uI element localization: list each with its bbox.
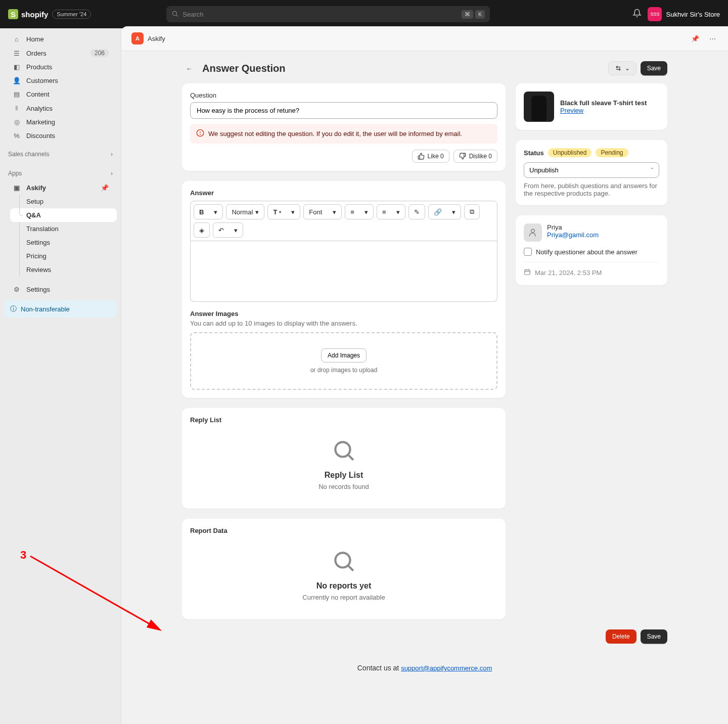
empty-title: Reply List [190,471,497,480]
apps-section[interactable]: Apps› [0,166,121,181]
code-button[interactable]: ⧉ [466,206,478,218]
undo-button[interactable]: ↶ [214,224,228,236]
app-header: A Askify 📌 ⋯ [121,26,728,51]
nav-label: Settings [26,239,50,246]
thumbs-up-icon [418,153,425,160]
nav-label: Marketing [26,118,55,126]
non-transferable-banner[interactable]: ⓘ Non-transferable [4,300,117,318]
report-heading: Report Data [190,527,497,534]
svg-line-6 [348,455,353,460]
nav-label: Reviews [26,266,51,274]
info-icon: ⓘ [10,304,17,313]
list-button[interactable]: ≡ [346,206,358,218]
empty-sub: No records found [190,483,497,490]
more-icon[interactable]: ⋯ [707,33,718,44]
nav-label: Products [26,63,52,71]
question-label: Question [190,92,497,99]
marketing-icon: ◎ [12,118,21,126]
nav-label: Analytics [26,105,53,112]
pin-icon[interactable]: 📌 [101,184,109,192]
text-size-button[interactable]: T▾ [269,206,285,218]
text-size-dropdown[interactable]: ▾ [287,206,299,218]
dislike-button[interactable]: Dislike 0 [453,150,497,163]
notify-checkbox[interactable] [524,248,532,256]
sales-channels-section[interactable]: Sales channels› [0,147,121,162]
bottom-actions: Delete Save 3 [182,629,667,644]
delete-button[interactable]: Delete [606,629,636,644]
status-tag-pending: Pending [596,148,628,157]
status-label: Status [524,149,544,157]
nav-label: Customers [26,77,58,84]
customers-icon: 👤 [12,77,21,84]
sidebar-item-qa[interactable]: Q&A [10,208,117,222]
sidebar-item-content[interactable]: ▤Content [4,87,117,101]
color-button[interactable]: ✎ [410,206,424,218]
orders-badge: 206 [90,49,109,57]
undo-dropdown[interactable]: ▾ [230,224,242,236]
brand-text: shopify [21,10,48,19]
sidebar-item-products[interactable]: ◧Products [4,60,117,74]
align-button[interactable]: ≡ [378,206,390,218]
link-dropdown[interactable]: ▾ [448,206,460,218]
calendar-icon [524,268,531,277]
add-images-button[interactable]: Add Images [321,348,367,363]
preview-link[interactable]: Preview [560,107,583,114]
user-card: Priya Priya@gamil.com Notify questioner … [516,215,667,285]
empty-title: No reports yet [190,581,497,591]
sidebar-item-translation[interactable]: Translation [10,222,117,236]
search-empty-icon [190,438,497,465]
save-button-bottom[interactable]: Save [641,629,667,644]
paragraph-select[interactable]: Normal▾ [228,206,263,218]
like-button[interactable]: Like 0 [412,150,449,163]
bold-button[interactable]: B [195,206,208,218]
save-button[interactable]: Save [641,61,667,75]
chevron-down-icon: ⌄ [625,65,630,72]
products-icon: ◧ [12,63,21,71]
back-button[interactable]: ← [182,61,196,75]
footer-text: Contact us at [357,664,401,672]
search-input[interactable]: Search ⌘ K [166,6,490,22]
date-text: Mar 21, 2024, 2:53 PM [535,269,602,277]
svg-line-1 [176,15,178,16]
user-email[interactable]: Priya@gamil.com [547,231,599,239]
image-dropzone[interactable]: Add Images or drop images to upload [190,332,497,390]
nav-label: Pricing [26,252,47,260]
pin-app-icon[interactable]: 📌 [689,33,701,44]
section-label: Apps [8,170,22,177]
sidebar-item-setup[interactable]: Setup [10,195,117,208]
store-menu[interactable]: SSS Sukhvir Sir's Store [648,7,720,21]
sidebar-item-app-settings[interactable]: Settings [10,236,117,249]
page-header: ← Answer Question ⌄ Save [182,61,667,75]
sidebar-item-home[interactable]: ⌂Home [4,32,117,46]
bell-icon[interactable] [632,9,642,20]
sidebar-item-customers[interactable]: 👤Customers [4,74,117,87]
sidebar-item-askify[interactable]: ▣Askify📌 [4,181,117,195]
sidebar-item-analytics[interactable]: ⫴Analytics [4,101,117,115]
shopify-logo[interactable]: S shopify [8,9,48,19]
align-dropdown[interactable]: ▾ [392,206,404,218]
list-dropdown[interactable]: ▾ [360,206,372,218]
question-input[interactable] [190,102,497,119]
nav-label: Settings [26,286,50,293]
font-select[interactable]: Font▾ [305,206,340,218]
shopify-icon: S [8,9,18,19]
dislike-text: Dislike 0 [469,153,492,160]
section-label: Sales channels [8,151,49,158]
language-button[interactable]: ⌄ [608,61,636,75]
sidebar-item-settings[interactable]: ⚙Settings [4,283,117,296]
sidebar-item-discounts[interactable]: %Discounts [4,129,117,143]
status-select[interactable]: Unpublish [524,162,659,178]
main: A Askify 📌 ⋯ ← Answer Question ⌄ Save [121,26,728,724]
support-link[interactable]: support@appifycommerce.com [401,664,492,672]
clear-format-button[interactable]: ◈ [195,224,208,236]
sidebar-item-reviews[interactable]: Reviews [10,263,117,277]
svg-rect-10 [525,270,530,275]
link-button[interactable]: 🔗 [430,206,446,218]
bold-dropdown[interactable]: ▾ [210,206,221,218]
sidebar-item-pricing[interactable]: Pricing [10,249,117,263]
nav-label: Discounts [26,132,55,140]
sidebar-item-orders[interactable]: ☰Orders206 [4,46,117,60]
answer-editor[interactable] [190,241,497,302]
drop-hint: or drop images to upload [206,367,481,374]
sidebar-item-marketing[interactable]: ◎Marketing [4,115,117,129]
